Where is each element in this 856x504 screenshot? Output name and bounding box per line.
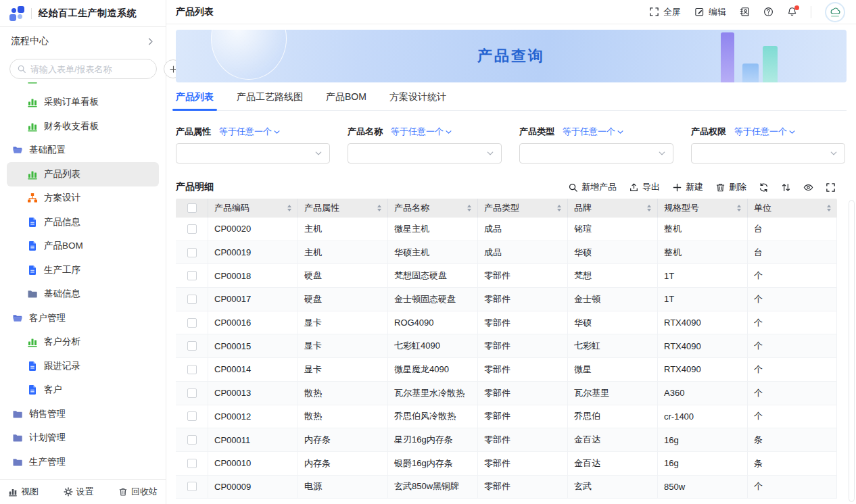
row-checkbox-cell [176,288,208,311]
table-row[interactable]: CP00020主机微星主机成品铭瑄整机台 [176,218,837,241]
row-checkbox[interactable] [187,224,197,234]
sidebar-item-客户分析[interactable]: 客户分析 [0,330,166,355]
column-visibility-button[interactable] [803,182,813,193]
refresh-button[interactable] [759,182,769,193]
table-row[interactable]: CP00014显卡微星魔龙4090零部件微星RTX4090个 [176,358,837,382]
row-checkbox[interactable] [187,341,197,351]
sidebar-item-基础配置[interactable]: 基础配置 [0,138,166,163]
column-header-产品属性[interactable]: 产品属性 [298,199,388,218]
row-checkbox[interactable] [187,411,197,421]
tab-方案设计统计[interactable]: 方案设计统计 [389,84,446,110]
export-button[interactable]: 导出 [629,181,660,193]
filter-select[interactable] [176,143,330,163]
chevron-down-icon [830,149,838,157]
sort-button[interactable] [781,182,791,193]
tab-产品列表[interactable]: 产品列表 [176,84,214,110]
row-checkbox-cell [176,428,208,451]
cell-品牌: 微星 [568,358,658,381]
notifications-button[interactable] [787,7,797,17]
column-header-单位[interactable]: 单位 [748,199,837,218]
sidebar-item-客户管理[interactable]: 客户管理 [0,306,166,330]
sort-caret-icon[interactable] [557,205,561,211]
cell-产品属性: 散热 [298,405,388,428]
select-all-checkbox[interactable] [187,203,197,213]
footer-recycle-bin-button[interactable]: 回收站 [118,486,158,498]
sidebar-search[interactable] [9,59,157,79]
table-row[interactable]: CP00012散热乔思伯风冷散热零部件乔思伯cr-1400个 [176,405,837,429]
filter-select[interactable] [691,143,845,163]
sort-caret-icon[interactable] [647,205,651,211]
tab-产品工艺路线图[interactable]: 产品工艺路线图 [237,84,303,110]
sidebar-item-partial[interactable] [0,82,166,91]
sidebar-item-生产工序[interactable]: 生产工序 [0,258,166,282]
sort-caret-icon[interactable] [287,205,291,211]
filter-operator[interactable]: 等于任意一个 [734,126,796,138]
table-scrollbar[interactable] [849,200,855,502]
sidebar-item-生产管理[interactable]: 生产管理 [0,450,166,474]
contacts-button[interactable] [740,7,750,17]
row-checkbox[interactable] [187,365,197,374]
help-button[interactable] [763,7,774,17]
sidebar-item-客户[interactable]: 客户 [0,378,166,403]
row-checkbox[interactable] [187,295,197,304]
cell-规格型号: 1T [658,264,748,287]
table-row[interactable]: CP00016显卡ROG4090零部件华硕RTX4090个 [176,311,837,335]
sidebar-item-财务收支看板[interactable]: 财务收支看板 [0,114,166,138]
row-checkbox[interactable] [187,482,197,491]
sidebar-item-产品BOM[interactable]: 产品BOM [0,234,166,259]
sidebar-item-产品列表[interactable]: 产品列表 [7,162,159,186]
table-row[interactable]: CP00009电源玄武850w黑铜牌零部件玄武850w个 [176,476,837,499]
footer-settings-button[interactable]: 设置 [64,486,94,498]
add-product-button[interactable]: 新增产品 [568,181,617,193]
cell-品牌: 梵想 [568,264,658,287]
filter-operator[interactable]: 等于任意一个 [563,126,624,138]
sort-caret-icon[interactable] [827,205,831,211]
table-row[interactable]: CP00010内存条银爵16g内存条零部件金百达16g条 [176,452,837,476]
row-checkbox[interactable] [187,271,197,280]
process-center-row[interactable]: 流程中心 [0,27,166,55]
filter-select[interactable] [519,143,673,163]
filter-operator[interactable]: 等于任意一个 [391,126,452,138]
search-input[interactable] [30,64,149,74]
row-checkbox[interactable] [187,388,197,398]
notification-dot [794,5,799,10]
sidebar-item-产品信息[interactable]: 产品信息 [0,210,166,234]
column-label: 产品类型 [484,202,519,214]
edit-button[interactable]: 编辑 [694,6,726,18]
sort-caret-icon[interactable] [467,205,471,211]
sidebar-item-计划管理[interactable]: 计划管理 [0,426,166,451]
column-header-产品编码[interactable]: 产品编码 [208,199,298,218]
fullscreen-button[interactable]: 全屏 [649,6,681,18]
sidebar-item-采购订单看板[interactable]: 采购订单看板 [0,91,166,115]
filter-select[interactable] [348,143,502,163]
sidebar-item-方案设计[interactable]: 方案设计 [0,186,166,211]
column-header-产品名称[interactable]: 产品名称 [388,199,478,218]
table-row[interactable]: CP00011内存条星刃16g内存条零部件金百达16g条 [176,428,837,452]
delete-button[interactable]: 删除 [715,181,746,193]
column-header-规格型号[interactable]: 规格型号 [658,199,748,218]
row-checkbox[interactable] [187,459,197,468]
row-checkbox[interactable] [187,318,197,328]
table-row[interactable]: CP00019主机华硕主机成品华硕整机台 [176,241,837,265]
column-header-产品类型[interactable]: 产品类型 [478,199,568,218]
sidebar-item-销售管理[interactable]: 销售管理 [0,402,166,426]
table-row[interactable]: CP00013散热瓦尔基里水冷散热零部件瓦尔基里A360个 [176,382,837,405]
sort-caret-icon[interactable] [737,205,741,211]
column-header-品牌[interactable]: 品牌 [568,199,658,218]
avatar[interactable] [825,2,845,22]
sort-caret-icon[interactable] [377,205,381,211]
cell-规格型号: 16g [658,452,748,475]
table-fullscreen-button[interactable] [826,182,836,193]
footer-views-button[interactable]: 视图 [8,486,39,498]
file-icon [27,384,38,395]
row-checkbox[interactable] [187,435,197,445]
table-row[interactable]: CP00015显卡七彩虹4090零部件七彩虹RTX4090个 [176,334,837,358]
tab-产品BOM[interactable]: 产品BOM [326,84,366,110]
create-button[interactable]: 新建 [672,181,703,193]
sidebar-item-跟进记录[interactable]: 跟进记录 [0,354,166,378]
filter-operator[interactable]: 等于任意一个 [219,126,281,138]
sidebar-item-基础信息[interactable]: 基础信息 [0,282,166,307]
table-row[interactable]: CP00017硬盘金士顿固态硬盘零部件金士顿1T个 [176,288,837,311]
table-row[interactable]: CP00018硬盘梵想固态硬盘零部件梵想1T个 [176,264,837,288]
row-checkbox[interactable] [187,248,197,257]
